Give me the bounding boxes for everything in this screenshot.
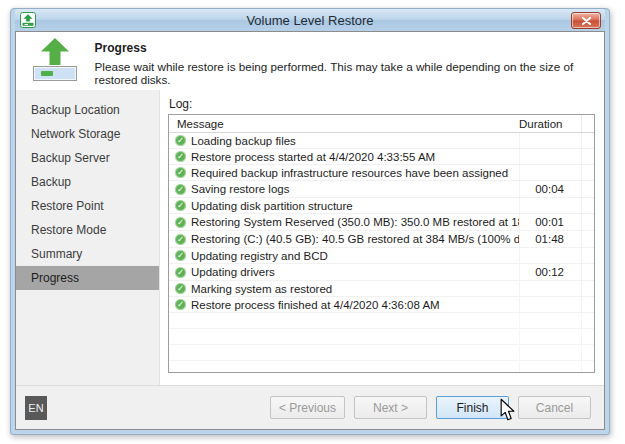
check-circle-icon: ✓: [175, 283, 186, 294]
check-circle-icon: ✓: [175, 167, 186, 178]
log-message: Updating disk partition structure: [191, 200, 519, 212]
restore-volume-icon: [16, 32, 95, 90]
wizard-header-text: Progress Please wait while restore is be…: [95, 32, 604, 90]
restore-app-icon: [20, 12, 36, 28]
sidebar-item-label: Backup Location: [31, 103, 120, 117]
log-row[interactable]: ✓ Marking system as restored: [169, 281, 594, 297]
check-circle-icon: ✓: [175, 299, 186, 310]
sidebar-item-summary[interactable]: Summary: [16, 242, 159, 266]
sidebar-item-label: Summary: [31, 247, 82, 261]
log-row-spacer: [581, 297, 594, 312]
log-table: Message Duration ✓ Loading backup files: [168, 114, 595, 373]
log-message: Restoring (C:) (40.5 GB): 40.5 GB restor…: [191, 233, 519, 245]
log-duration: [519, 149, 581, 164]
log-message: Loading backup files: [191, 135, 519, 147]
close-icon: [582, 17, 591, 25]
log-message: Restoring System Reserved (350.0 MB): 35…: [191, 216, 519, 228]
check-circle-icon: ✓: [175, 135, 186, 146]
log-message: Updating drivers: [191, 266, 519, 278]
sidebar-item-restore-mode[interactable]: Restore Mode: [16, 218, 159, 242]
sidebar-item-label: Progress: [31, 271, 79, 285]
step-description: Please wait while restore is being perfo…: [95, 60, 604, 86]
log-row-spacer: [581, 165, 594, 180]
check-circle-icon: ✓: [175, 250, 186, 261]
sidebar-item-backup-server[interactable]: Backup Server: [16, 146, 159, 170]
check-circle-icon: ✓: [175, 184, 186, 195]
log-message: Restore process started at 4/4/2020 4:33…: [191, 151, 519, 163]
log-duration: 00:12: [519, 264, 581, 280]
sidebar-item-backup[interactable]: Backup: [16, 170, 159, 194]
check-circle-icon: ✓: [175, 234, 186, 245]
disk-volume-icon: [33, 66, 77, 81]
log-empty-area: [169, 313, 594, 372]
column-header-spacer: [581, 115, 594, 132]
log-row[interactable]: ✓ Updating registry and BCD: [169, 248, 594, 264]
step-title: Progress: [95, 41, 604, 55]
log-row[interactable]: ✓ Loading backup files: [169, 133, 594, 149]
sidebar-item-progress[interactable]: Progress: [16, 266, 159, 290]
log-message: Marking system as restored: [191, 283, 519, 295]
log-duration: [519, 297, 581, 312]
log-row-spacer: [581, 181, 594, 197]
check-circle-icon: ✓: [175, 267, 186, 278]
log-label: Log:: [169, 97, 595, 111]
sidebar-item-label: Backup: [31, 175, 71, 189]
log-row[interactable]: ✓ Restore process started at 4/4/2020 4:…: [169, 149, 594, 165]
log-row[interactable]: ✓ Restoring System Reserved (350.0 MB): …: [169, 214, 594, 231]
wizard-header: Progress Please wait while restore is be…: [16, 32, 604, 90]
dialog-body: Progress Please wait while restore is be…: [15, 31, 605, 430]
log-row-spacer: [581, 248, 594, 263]
log-row[interactable]: ✓ Restore process finished at 4/4/2020 4…: [169, 297, 594, 313]
log-duration: [519, 281, 581, 296]
log-row-spacer: [581, 149, 594, 164]
log-row[interactable]: ✓ Required backup infrastructure resourc…: [169, 165, 594, 181]
sidebar-item-label: Restore Mode: [31, 223, 106, 237]
column-header-message[interactable]: Message: [169, 118, 519, 130]
log-message: Required backup infrastructure resources…: [191, 167, 519, 179]
log-duration: 01:48: [519, 231, 581, 247]
log-row[interactable]: ✓ Updating disk partition structure: [169, 198, 594, 214]
sidebar-item-backup-location[interactable]: Backup Location: [16, 98, 159, 122]
previous-button[interactable]: < Previous: [270, 396, 345, 419]
sidebar-item-restore-point[interactable]: Restore Point: [16, 194, 159, 218]
titlebar[interactable]: Volume Level Restore: [15, 9, 605, 31]
check-circle-icon: ✓: [175, 151, 186, 162]
log-panel: Log: Message Duration ✓ Loading backup f…: [160, 90, 604, 385]
sidebar-item-label: Backup Server: [31, 151, 110, 165]
log-duration: [519, 198, 581, 213]
log-duration: [519, 165, 581, 180]
next-button[interactable]: Next >: [354, 396, 427, 419]
log-message: Updating registry and BCD: [191, 250, 519, 262]
language-indicator[interactable]: EN: [25, 396, 47, 420]
log-table-header: Message Duration: [169, 115, 594, 133]
sidebar-item-label: Network Storage: [31, 127, 120, 141]
log-duration: 00:04: [519, 181, 581, 197]
wizard-steps-sidebar: Backup Location Network Storage Backup S…: [16, 90, 160, 385]
log-row-spacer: [581, 281, 594, 296]
log-duration: [519, 133, 581, 148]
disk-volume-bar: [41, 71, 53, 76]
log-row-spacer: [581, 133, 594, 148]
log-duration: 00:01: [519, 214, 581, 230]
log-row-spacer: [581, 214, 594, 230]
log-row-spacer: [581, 264, 594, 280]
sidebar-item-network-storage[interactable]: Network Storage: [16, 122, 159, 146]
log-row[interactable]: ✓ Restoring (C:) (40.5 GB): 40.5 GB rest…: [169, 231, 594, 248]
close-button[interactable]: [571, 12, 601, 29]
window-title: Volume Level Restore: [246, 13, 373, 28]
log-message: Saving restore logs: [191, 183, 519, 195]
volume-level-restore-dialog: Volume Level Restore Pro: [10, 8, 610, 435]
finish-button[interactable]: Finish: [436, 396, 509, 419]
check-circle-icon: ✓: [175, 217, 186, 228]
log-duration: [519, 248, 581, 263]
wizard-content: Backup Location Network Storage Backup S…: [16, 90, 604, 385]
check-circle-icon: ✓: [175, 200, 186, 211]
log-message: Restore process finished at 4/4/2020 4:3…: [191, 299, 519, 311]
column-header-duration[interactable]: Duration: [519, 118, 581, 130]
desktop-background: Volume Level Restore Pro: [0, 0, 625, 444]
sidebar-item-label: Restore Point: [31, 199, 104, 213]
green-up-arrow-icon: [41, 38, 69, 65]
log-row[interactable]: ✓ Saving restore logs 00:04: [169, 181, 594, 198]
cancel-button[interactable]: Cancel: [518, 396, 591, 419]
log-row[interactable]: ✓ Updating drivers 00:12: [169, 264, 594, 281]
